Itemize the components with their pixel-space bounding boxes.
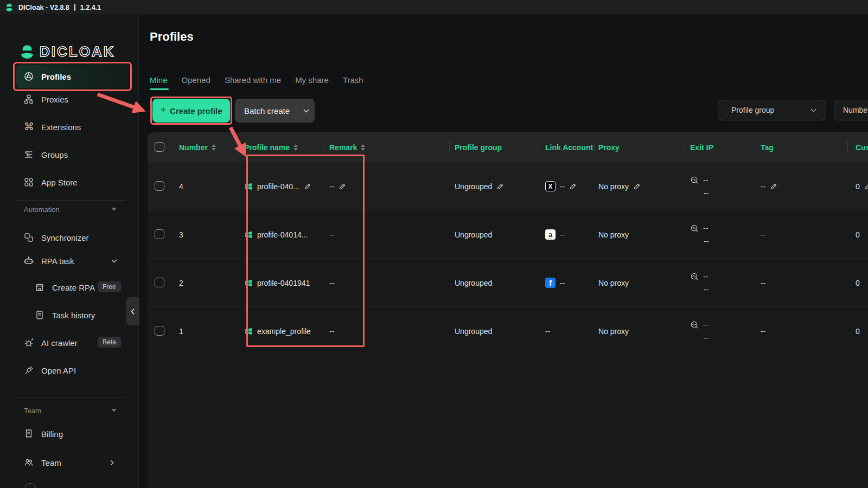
section-collapse-caret-icon[interactable] [111,409,117,412]
cell-profile-name[interactable]: example_profile [244,307,311,355]
rpa-expand-chevron-icon[interactable] [111,258,118,265]
cell-profile-name[interactable]: profile-0401941 [244,259,310,307]
cell-tag[interactable]: -- [761,307,765,355]
cell-proxy[interactable]: No proxy [598,210,629,259]
edit-pencil-icon[interactable] [770,183,777,190]
table-row[interactable]: 4 profile-040... -- Ungrouped [148,162,868,210]
cell-number: 1 [179,307,183,355]
tab-trash[interactable]: Trash [343,75,363,85]
cell-link-account[interactable]: X -- [545,162,577,210]
sort-icon[interactable] [361,144,365,151]
cell-remark[interactable]: -- [329,259,334,307]
table-row[interactable]: 3 profile-04014... -- Ungrouped a -- No … [148,210,868,259]
edit-pencil-icon[interactable] [496,183,504,190]
section-collapse-caret-icon[interactable] [111,208,117,211]
row-checkbox[interactable] [155,229,164,239]
sidebar-collapse-handle[interactable] [126,297,139,325]
cell-profile-name[interactable]: profile-040... [244,162,311,210]
cell-remark[interactable]: -- [329,307,334,355]
cell-profile-group[interactable]: Ungrouped [455,210,492,259]
batch-create-button[interactable]: Batch create [235,99,315,123]
row-checkbox[interactable] [155,278,164,287]
exit-ip-text: -- [703,272,708,281]
cell-profile-group[interactable]: Ungrouped [455,259,492,307]
cost-text: 0 [856,230,860,239]
profile-group-filter-select[interactable]: Profile group [718,100,826,120]
cell-profile-group[interactable]: Ungrouped [455,307,492,355]
edit-pencil-icon[interactable] [864,183,868,190]
app-version: 1.2.4.1 [80,4,101,11]
header-profile-name[interactable]: Profile name [244,132,298,162]
cell-tag[interactable]: -- [761,259,765,307]
tab-opened[interactable]: Opened [182,75,210,85]
sidebar-item-billing[interactable]: Billing [16,422,129,446]
ip-lookup-icon[interactable] [690,224,699,233]
sidebar-item-extensions[interactable]: ⌘ Extensions [16,115,129,139]
groups-list-icon [24,150,34,159]
cell-link-account[interactable]: -- [545,307,550,355]
sidebar-item-proxies[interactable]: Proxies [16,87,129,111]
tab-bar: Mine Opened Shared with me My share Tras… [150,75,363,85]
cell-cost[interactable]: 0 [856,162,868,210]
ip-lookup-icon[interactable] [690,320,699,330]
header-remark[interactable]: Remark [329,132,365,162]
section-team[interactable]: Team [24,407,41,415]
section-automation[interactable]: Automation [24,206,60,214]
exit-ip-text: -- [703,320,708,329]
tab-mine[interactable]: Mine [150,75,168,85]
select-all-checkbox[interactable] [155,142,164,152]
number-filter-label: Number [843,106,868,114]
edit-pencil-icon[interactable] [633,183,641,190]
cell-link-account[interactable]: f -- [545,259,565,307]
cell-cost[interactable]: 0 [856,307,860,355]
sort-icon[interactable] [293,144,298,151]
windows-icon [244,182,253,191]
cell-tag[interactable]: -- [761,210,765,259]
sidebar-item-groups[interactable]: Groups [16,143,129,166]
cell-proxy[interactable]: No proxy [598,259,629,307]
sidebar-item-synchronizer[interactable]: Synchronizer [16,226,129,249]
batch-create-dropdown[interactable] [297,107,315,114]
remark-text: -- [329,230,334,239]
cell-proxy[interactable]: No proxy [598,162,641,210]
cell-link-account[interactable]: a -- [545,210,565,259]
sidebar-item-label: Create RPA [52,283,95,292]
cell-profile-name[interactable]: profile-04014... [244,210,308,259]
create-profile-button[interactable]: + Create profile [152,99,230,123]
cell-proxy[interactable]: No proxy [598,307,629,355]
tab-shared-with-me[interactable]: Shared with me [225,75,281,85]
edit-pencil-icon[interactable] [304,183,311,190]
sidebar-item-label: AI crawler [41,338,78,348]
ip-lookup-icon[interactable] [690,176,699,185]
number-filter-input[interactable]: Number [834,100,868,120]
sidebar-item-label: Profiles [41,72,71,81]
ip-lookup-icon[interactable] [690,272,699,281]
sort-icon[interactable] [212,144,216,151]
sidebar-item-profiles[interactable]: Profiles [16,65,129,88]
header-link-account: Link Account [545,132,593,162]
cell-remark[interactable]: -- [329,210,334,259]
cell-cost[interactable]: 0 [856,259,860,307]
row-checkbox[interactable] [155,326,164,336]
header-proxy: Proxy [598,132,620,162]
cell-exit-ip: -- -- [690,210,709,259]
cell-tag[interactable]: -- [761,162,777,210]
cell-cost[interactable]: 0 [856,210,860,259]
sidebar-item-open-api[interactable]: Open API [16,358,129,382]
header-number[interactable]: Number [179,132,216,162]
row-checkbox[interactable] [155,181,164,191]
tab-my-share[interactable]: My share [295,75,329,85]
cell-remark[interactable]: -- [329,162,346,210]
edit-pencil-icon[interactable] [339,183,346,190]
table-row[interactable]: 2 profile-0401941 -- Ungrouped f -- No p… [148,259,868,307]
proxy-text: No proxy [598,230,629,239]
team-expand-chevron-icon[interactable] [108,459,116,466]
table-row[interactable]: 1 example_profile -- Ungrouped -- No pro… [148,307,868,355]
header-exit-ip: Exit IP [690,132,713,162]
sidebar-item-task-history[interactable]: Task history [16,303,129,327]
windows-icon [244,279,253,287]
edit-pencil-icon[interactable] [569,183,577,190]
sidebar-item-app-store[interactable]: App Store [16,170,129,194]
cell-profile-group[interactable]: Ungrouped [455,162,504,210]
x-twitter-icon: X [545,181,556,191]
